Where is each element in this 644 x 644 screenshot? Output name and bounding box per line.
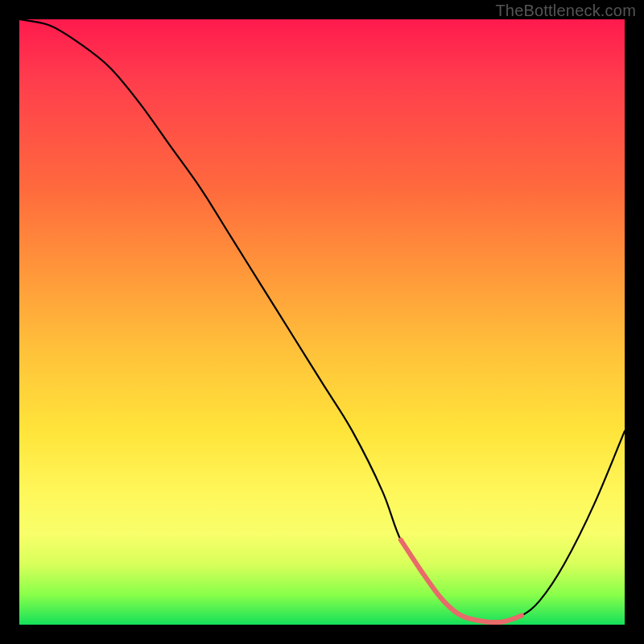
plot-area bbox=[19, 19, 625, 625]
curve-svg bbox=[19, 19, 625, 625]
bottleneck-curve bbox=[19, 19, 625, 622]
watermark-text: TheBottleneck.com bbox=[495, 2, 636, 20]
frame: TheBottleneck.com bbox=[0, 0, 644, 644]
highlight-trough bbox=[401, 540, 522, 622]
